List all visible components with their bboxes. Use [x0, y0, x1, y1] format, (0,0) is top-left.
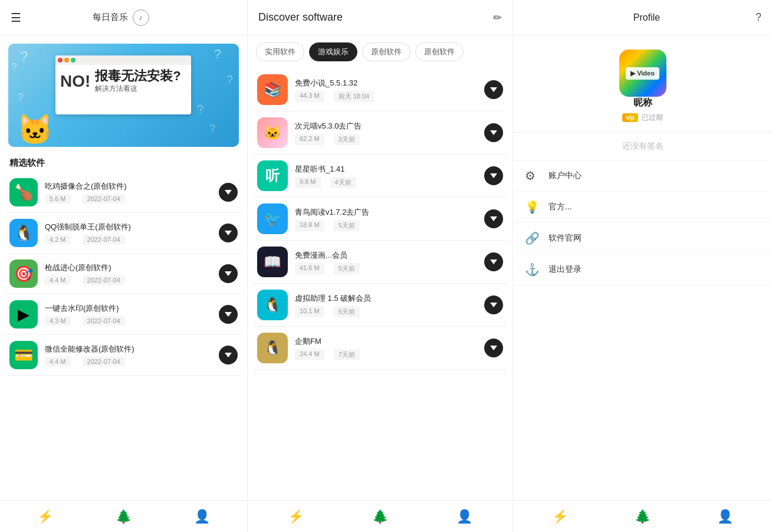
- right-nav-user-icon[interactable]: 👤: [717, 509, 733, 524]
- daily-music-label: 每日音乐: [93, 12, 128, 23]
- sw-date-6: 7天前: [334, 349, 360, 360]
- software-list: 📚 免费小说_5.5.1.32 44.3 M 前天 18:04 🐱 次元喵v5.…: [248, 68, 513, 500]
- download-button-4[interactable]: [219, 346, 238, 364]
- app-icon-3: ▶: [9, 300, 38, 329]
- app-info-4: 微信全能修改器(原创软件) 4.4 M 2022-07-04: [45, 344, 219, 366]
- sw-name-0: 免费小说_5.5.1.32: [295, 78, 484, 88]
- app-icon-0: 🍗: [9, 178, 38, 206]
- app-meta-4: 4.4 M 2022-07-04: [45, 357, 219, 366]
- tab-3[interactable]: 原创软件: [415, 42, 464, 61]
- vip-status: 已过期: [642, 113, 663, 123]
- app-name-1: QQ强制脱单王(原创软件): [45, 222, 163, 232]
- profile-section: ▶ Video 昵称 vip 已过期: [513, 35, 772, 133]
- sw-meta-1: 62.2 M 3天前: [295, 134, 484, 145]
- left-panel: ☰ 每日音乐 ♪ ? ? ? ? ? ? ? ?: [0, 0, 248, 532]
- sw-download-button-4[interactable]: [484, 252, 503, 271]
- app-meta-1: 4.2 M 2022-07-04: [45, 235, 219, 244]
- app-date-1: 2022-07-04: [83, 235, 125, 244]
- menu-label-3: 退出登录: [548, 264, 582, 275]
- app-icon-4: 💳: [9, 341, 38, 369]
- app-info-1: QQ强制脱单王(原创软件) 4.2 M 2022-07-04: [45, 222, 219, 244]
- hamburger-icon[interactable]: ☰: [11, 11, 21, 25]
- sw-meta-3: 18.8 M 5天前: [295, 220, 484, 231]
- profile-title: Profile: [633, 12, 660, 23]
- app-date-3: 2022-07-04: [83, 316, 125, 326]
- app-list-item[interactable]: 🎯 枪战进心(原创软件) 4.4 M 2022-07-04: [6, 254, 241, 294]
- sw-size-6: 24.4 M: [295, 349, 324, 360]
- sw-list-item[interactable]: 🐧 企鹅FM 24.4 M 7天前: [254, 327, 507, 370]
- sw-name-1: 次元喵v5.3.0去广告: [295, 121, 484, 132]
- qmark-3: ?: [214, 47, 221, 62]
- app-list-item[interactable]: 💳 微信全能修改器(原创软件) 4.4 M 2022-07-04: [6, 335, 241, 376]
- sw-icon-3: 🐦: [257, 203, 288, 234]
- download-button-2[interactable]: [219, 264, 238, 283]
- sw-name-4: 免费漫画...会员: [295, 250, 484, 261]
- mid-nav-user-icon[interactable]: 👤: [456, 509, 472, 524]
- sw-download-arrow-5: [490, 303, 497, 307]
- left-nav-tree-icon[interactable]: 🌲: [116, 509, 132, 524]
- discover-title: Discover software: [258, 11, 343, 24]
- sw-date-4: 5天前: [334, 263, 360, 274]
- download-button-1[interactable]: [219, 224, 238, 242]
- right-nav-flash-icon[interactable]: ⚡: [552, 509, 568, 524]
- menu-icon-2: 🔗: [525, 231, 541, 245]
- menu-item-3[interactable]: ⚓ 退出登录: [513, 254, 772, 285]
- sw-name-2: 星星听书_1.41: [295, 164, 484, 175]
- dot-red: [58, 58, 63, 63]
- sw-size-5: 10.1 M: [295, 306, 324, 317]
- right-nav-tree-icon[interactable]: 🌲: [635, 509, 651, 524]
- download-button-0[interactable]: [219, 183, 238, 202]
- banner-sub-text: 解决方法看这: [95, 84, 180, 94]
- menu-item-2[interactable]: 🔗 软件官网: [513, 223, 772, 254]
- banner[interactable]: ? ? ? ? ? ? ? ? NO! 报毒无法安装? 解决方法看这: [8, 44, 239, 147]
- sw-list-item[interactable]: 🐦 青鸟阅读v1.7.2去广告 18.8 M 5天前: [254, 198, 507, 241]
- edit-icon[interactable]: ✏: [493, 11, 502, 24]
- sw-meta-5: 10.1 M 5天前: [295, 306, 484, 317]
- app-size-3: 4.3 M: [45, 316, 71, 326]
- sw-date-1: 3天前: [334, 134, 360, 145]
- sw-info-4: 免费漫画...会员 41.6 M 5天前: [295, 250, 484, 274]
- sw-download-button-2[interactable]: [484, 166, 503, 185]
- left-bottom-nav: ⚡ 🌲 👤: [0, 500, 247, 532]
- sw-list-item[interactable]: 📚 免费小说_5.5.1.32 44.3 M 前天 18:04: [254, 68, 507, 111]
- tab-1[interactable]: 游戏娱乐: [309, 42, 357, 61]
- left-nav-flash-icon[interactable]: ⚡: [37, 509, 53, 524]
- menu-item-1[interactable]: 💡 官方...: [513, 192, 772, 223]
- sw-list-item[interactable]: 听 星星听书_1.41 9.8 M 4天前: [254, 155, 507, 198]
- app-size-0: 5.6 M: [45, 194, 71, 203]
- sw-info-5: 虚拟助理 1.5 破解会员 10.1 M 5天前: [295, 293, 484, 317]
- sw-info-0: 免费小说_5.5.1.32 44.3 M 前天 18:04: [295, 78, 484, 102]
- sw-download-button-1[interactable]: [484, 123, 503, 142]
- qmark-5: ?: [209, 123, 215, 135]
- music-icon-button[interactable]: ♪: [133, 9, 149, 26]
- sw-icon-0: 📚: [257, 74, 288, 105]
- app-list-item[interactable]: 🍗 吃鸡摄像合之(原创软件) 5.6 M 2022-07-04: [6, 172, 241, 213]
- sw-size-2: 9.8 M: [295, 177, 321, 188]
- sw-date-0: 前天 18:04: [334, 91, 374, 102]
- sw-list-item[interactable]: 📖 免费漫画...会员 41.6 M 5天前: [254, 241, 507, 284]
- sw-download-button-3[interactable]: [484, 209, 503, 228]
- mid-nav-flash-icon[interactable]: ⚡: [288, 509, 304, 524]
- app-info-2: 枪战进心(原创软件) 4.4 M 2022-07-04: [45, 262, 219, 285]
- tab-2[interactable]: 原创软件: [362, 42, 410, 61]
- tab-0[interactable]: 实用软件: [256, 42, 304, 61]
- app-list-item[interactable]: ▶ 一键去水印(原创软件) 4.3 M 2022-07-04: [6, 294, 241, 335]
- download-button-3[interactable]: [219, 305, 238, 324]
- sw-meta-6: 24.4 M 7天前: [295, 349, 484, 360]
- sw-list-item[interactable]: 🐱 次元喵v5.3.0去广告 62.2 M 3天前: [254, 111, 507, 155]
- signature: 还没有签名: [513, 133, 772, 160]
- menu-item-0[interactable]: ⚙ 账户中心: [513, 160, 772, 192]
- sw-list-item[interactable]: 🐧 虚拟助理 1.5 破解会员 10.1 M 5天前: [254, 284, 507, 327]
- app-icon-2: 🎯: [9, 260, 38, 288]
- sw-download-button-0[interactable]: [484, 80, 503, 99]
- help-icon[interactable]: ?: [755, 11, 761, 24]
- left-nav-user-icon[interactable]: 👤: [194, 509, 210, 524]
- app-date-0: 2022-07-04: [83, 194, 125, 203]
- sw-download-button-6[interactable]: [484, 339, 503, 357]
- app-list-item[interactable]: 🐧 QQ强制脱单王(原创软件) 4.2 M 2022-07-04: [6, 213, 241, 254]
- avatar[interactable]: ▶ Video: [619, 50, 666, 97]
- discover-header: Discover software ✏: [248, 0, 513, 35]
- mid-nav-tree-icon[interactable]: 🌲: [372, 509, 388, 524]
- sw-download-button-5[interactable]: [484, 295, 503, 314]
- vip-badge-row: vip 已过期: [622, 113, 662, 123]
